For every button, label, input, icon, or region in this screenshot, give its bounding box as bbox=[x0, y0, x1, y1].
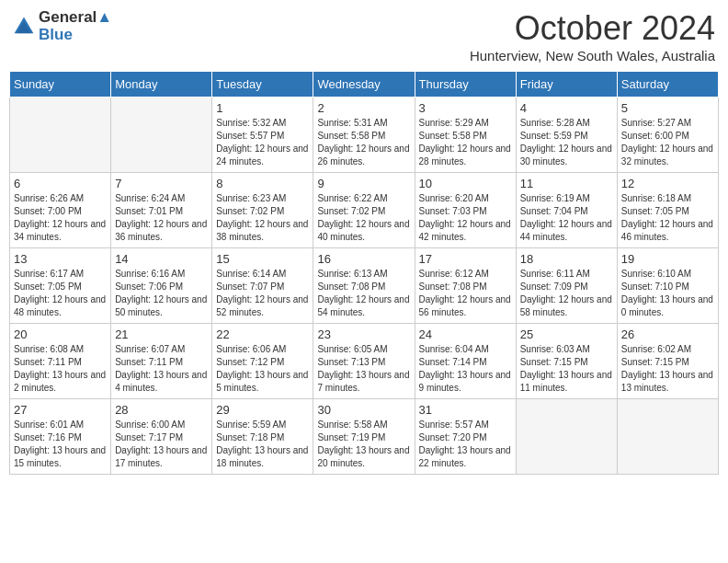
calendar-cell: 10Sunrise: 6:20 AM Sunset: 7:03 PM Dayli… bbox=[415, 173, 516, 248]
day-detail: Sunrise: 6:13 AM Sunset: 7:08 PM Dayligh… bbox=[317, 268, 410, 319]
day-detail: Sunrise: 6:12 AM Sunset: 7:08 PM Dayligh… bbox=[419, 268, 512, 319]
calendar-cell: 29Sunrise: 5:59 AM Sunset: 7:18 PM Dayli… bbox=[212, 399, 313, 475]
day-number: 17 bbox=[419, 252, 512, 266]
day-detail: Sunrise: 5:29 AM Sunset: 5:58 PM Dayligh… bbox=[419, 117, 512, 168]
day-detail: Sunrise: 5:59 AM Sunset: 7:18 PM Dayligh… bbox=[216, 419, 309, 470]
title-block: October 2024 Hunterview, New South Wales… bbox=[470, 9, 715, 63]
calendar-cell: 4Sunrise: 5:28 AM Sunset: 5:59 PM Daylig… bbox=[516, 98, 617, 173]
calendar-cell: 2Sunrise: 5:31 AM Sunset: 5:58 PM Daylig… bbox=[313, 98, 415, 173]
day-detail: Sunrise: 6:02 AM Sunset: 7:15 PM Dayligh… bbox=[621, 343, 714, 395]
calendar-week-row: 27Sunrise: 6:01 AM Sunset: 7:16 PM Dayli… bbox=[10, 399, 719, 475]
calendar-cell: 14Sunrise: 6:16 AM Sunset: 7:06 PM Dayli… bbox=[111, 248, 212, 324]
col-thursday: Thursday bbox=[415, 72, 516, 98]
day-number: 11 bbox=[520, 177, 613, 190]
calendar-cell: 11Sunrise: 6:19 AM Sunset: 7:04 PM Dayli… bbox=[516, 173, 617, 248]
col-monday: Monday bbox=[111, 72, 212, 98]
calendar-week-row: 6Sunrise: 6:26 AM Sunset: 7:00 PM Daylig… bbox=[10, 173, 719, 248]
day-detail: Sunrise: 6:10 AM Sunset: 7:10 PM Dayligh… bbox=[621, 268, 714, 319]
day-detail: Sunrise: 5:27 AM Sunset: 6:00 PM Dayligh… bbox=[621, 117, 714, 168]
location-title: Hunterview, New South Wales, Australia bbox=[470, 48, 715, 63]
logo-icon bbox=[13, 16, 35, 38]
day-detail: Sunrise: 6:03 AM Sunset: 7:15 PM Dayligh… bbox=[520, 343, 613, 395]
day-detail: Sunrise: 5:58 AM Sunset: 7:19 PM Dayligh… bbox=[317, 419, 410, 470]
calendar-cell bbox=[111, 98, 212, 173]
day-detail: Sunrise: 6:11 AM Sunset: 7:09 PM Dayligh… bbox=[520, 268, 613, 319]
day-number: 16 bbox=[317, 252, 410, 266]
day-detail: Sunrise: 6:17 AM Sunset: 7:05 PM Dayligh… bbox=[14, 268, 107, 319]
day-number: 5 bbox=[621, 101, 714, 115]
day-number: 22 bbox=[216, 327, 309, 341]
day-number: 8 bbox=[216, 177, 309, 190]
month-title: October 2024 bbox=[470, 9, 715, 48]
col-sunday: Sunday bbox=[10, 72, 111, 98]
calendar-cell: 3Sunrise: 5:29 AM Sunset: 5:58 PM Daylig… bbox=[415, 98, 516, 173]
calendar-table: Sunday Monday Tuesday Wednesday Thursday… bbox=[9, 71, 719, 475]
calendar-week-row: 13Sunrise: 6:17 AM Sunset: 7:05 PM Dayli… bbox=[10, 248, 719, 324]
day-number: 26 bbox=[621, 327, 714, 341]
day-number: 27 bbox=[14, 403, 107, 417]
day-number: 31 bbox=[419, 403, 512, 417]
calendar-cell: 31Sunrise: 5:57 AM Sunset: 7:20 PM Dayli… bbox=[415, 399, 516, 475]
day-detail: Sunrise: 5:57 AM Sunset: 7:20 PM Dayligh… bbox=[419, 419, 512, 470]
day-number: 4 bbox=[520, 101, 613, 115]
calendar-cell: 23Sunrise: 6:05 AM Sunset: 7:13 PM Dayli… bbox=[313, 324, 415, 399]
calendar-cell: 5Sunrise: 5:27 AM Sunset: 6:00 PM Daylig… bbox=[617, 98, 718, 173]
day-detail: Sunrise: 6:04 AM Sunset: 7:14 PM Dayligh… bbox=[419, 343, 512, 395]
day-detail: Sunrise: 6:19 AM Sunset: 7:04 PM Dayligh… bbox=[520, 192, 613, 244]
calendar-cell: 6Sunrise: 6:26 AM Sunset: 7:00 PM Daylig… bbox=[10, 173, 111, 248]
calendar-week-row: 20Sunrise: 6:08 AM Sunset: 7:11 PM Dayli… bbox=[10, 324, 719, 399]
calendar-cell: 13Sunrise: 6:17 AM Sunset: 7:05 PM Dayli… bbox=[10, 248, 111, 324]
day-detail: Sunrise: 6:18 AM Sunset: 7:05 PM Dayligh… bbox=[621, 192, 714, 244]
col-tuesday: Tuesday bbox=[212, 72, 313, 98]
day-number: 28 bbox=[115, 403, 208, 417]
calendar-cell: 20Sunrise: 6:08 AM Sunset: 7:11 PM Dayli… bbox=[10, 324, 111, 399]
calendar-cell: 28Sunrise: 6:00 AM Sunset: 7:17 PM Dayli… bbox=[111, 399, 212, 475]
calendar-cell bbox=[10, 98, 111, 173]
calendar-cell: 18Sunrise: 6:11 AM Sunset: 7:09 PM Dayli… bbox=[516, 248, 617, 324]
calendar-cell: 26Sunrise: 6:02 AM Sunset: 7:15 PM Dayli… bbox=[617, 324, 718, 399]
day-number: 18 bbox=[520, 252, 613, 266]
day-number: 2 bbox=[317, 101, 410, 115]
day-detail: Sunrise: 6:05 AM Sunset: 7:13 PM Dayligh… bbox=[317, 343, 410, 395]
day-number: 23 bbox=[317, 327, 410, 341]
calendar-header-row: Sunday Monday Tuesday Wednesday Thursday… bbox=[10, 72, 719, 98]
day-number: 1 bbox=[216, 101, 309, 115]
day-number: 3 bbox=[419, 101, 512, 115]
day-number: 15 bbox=[216, 252, 309, 266]
calendar-cell: 25Sunrise: 6:03 AM Sunset: 7:15 PM Dayli… bbox=[516, 324, 617, 399]
day-number: 14 bbox=[115, 252, 208, 266]
day-number: 24 bbox=[419, 327, 512, 341]
calendar-cell: 12Sunrise: 6:18 AM Sunset: 7:05 PM Dayli… bbox=[617, 173, 718, 248]
calendar-cell: 30Sunrise: 5:58 AM Sunset: 7:19 PM Dayli… bbox=[313, 399, 415, 475]
calendar-week-row: 1Sunrise: 5:32 AM Sunset: 5:57 PM Daylig… bbox=[10, 98, 719, 173]
day-number: 30 bbox=[317, 403, 410, 417]
col-wednesday: Wednesday bbox=[313, 72, 415, 98]
col-saturday: Saturday bbox=[617, 72, 718, 98]
day-detail: Sunrise: 6:22 AM Sunset: 7:02 PM Dayligh… bbox=[317, 192, 410, 244]
day-number: 6 bbox=[14, 177, 107, 190]
calendar-cell: 21Sunrise: 6:07 AM Sunset: 7:11 PM Dayli… bbox=[111, 324, 212, 399]
day-number: 10 bbox=[419, 177, 512, 190]
day-detail: Sunrise: 6:01 AM Sunset: 7:16 PM Dayligh… bbox=[14, 419, 107, 470]
col-friday: Friday bbox=[516, 72, 617, 98]
calendar-cell: 19Sunrise: 6:10 AM Sunset: 7:10 PM Dayli… bbox=[617, 248, 718, 324]
logo-text: General▲ Blue bbox=[39, 9, 112, 43]
day-number: 25 bbox=[520, 327, 613, 341]
day-number: 29 bbox=[216, 403, 309, 417]
day-number: 21 bbox=[115, 327, 208, 341]
calendar-cell: 24Sunrise: 6:04 AM Sunset: 7:14 PM Dayli… bbox=[415, 324, 516, 399]
day-number: 7 bbox=[115, 177, 208, 190]
day-detail: Sunrise: 5:32 AM Sunset: 5:57 PM Dayligh… bbox=[216, 117, 309, 168]
calendar-cell: 22Sunrise: 6:06 AM Sunset: 7:12 PM Dayli… bbox=[212, 324, 313, 399]
calendar-cell bbox=[516, 399, 617, 475]
calendar-cell: 1Sunrise: 5:32 AM Sunset: 5:57 PM Daylig… bbox=[212, 98, 313, 173]
day-detail: Sunrise: 6:23 AM Sunset: 7:02 PM Dayligh… bbox=[216, 192, 309, 244]
day-detail: Sunrise: 6:26 AM Sunset: 7:00 PM Dayligh… bbox=[14, 192, 107, 244]
calendar-cell: 15Sunrise: 6:14 AM Sunset: 7:07 PM Dayli… bbox=[212, 248, 313, 324]
day-detail: Sunrise: 5:31 AM Sunset: 5:58 PM Dayligh… bbox=[317, 117, 410, 168]
day-detail: Sunrise: 6:16 AM Sunset: 7:06 PM Dayligh… bbox=[115, 268, 208, 319]
day-number: 13 bbox=[14, 252, 107, 266]
calendar-cell bbox=[617, 399, 718, 475]
day-detail: Sunrise: 6:00 AM Sunset: 7:17 PM Dayligh… bbox=[115, 419, 208, 470]
day-detail: Sunrise: 6:14 AM Sunset: 7:07 PM Dayligh… bbox=[216, 268, 309, 319]
